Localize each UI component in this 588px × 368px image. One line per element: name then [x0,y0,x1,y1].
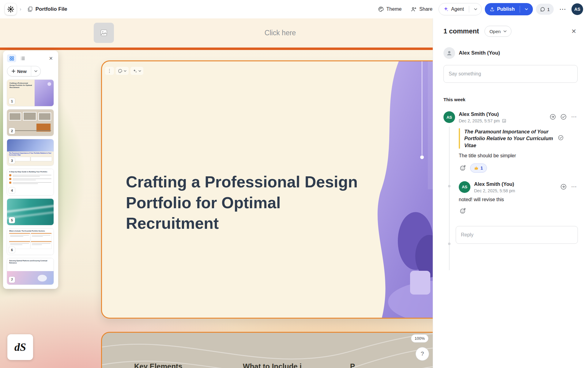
slide-title[interactable]: Crafting a Professional Design Portfolio… [126,172,377,234]
chevron-down-icon [34,70,37,72]
slide-thumbnail-5[interactable]: 5 [7,199,54,225]
goto-comment-button[interactable] [549,113,556,121]
comment-author-name: Alex Smith (You) [459,111,506,117]
new-slide-button-group: New [7,66,41,76]
chevron-down-icon[interactable] [474,8,477,10]
app-logo[interactable] [5,3,17,15]
slide2-heading-3[interactable]: P [350,362,355,368]
comment-filter-dropdown[interactable]: Open [484,26,511,37]
publish-button[interactable]: Publish [485,3,533,15]
reply-actions: ⋯ [560,181,578,190]
reply-author-avatar: AS [459,181,470,193]
slide-thumbnail-3[interactable]: The Paramount Importance of Your Portfol… [7,139,54,166]
thumbnail-title: A Step-by-Step Guide to Building Your Po… [9,171,51,173]
comment-filter-label: Open [489,29,501,34]
chevron-down-icon [503,30,507,32]
slide2-heading-1[interactable]: Key Elements [134,362,182,368]
comments-toggle[interactable]: 1 [536,4,554,15]
thumbs-up-icon [474,166,479,170]
slide-number-badge: 4 [9,187,15,194]
click-here-text[interactable]: Click here [265,29,296,37]
plus-icon [12,69,15,73]
thread-dot [448,243,450,245]
thumbnail-title: Crafting a Professional Design Portfolio… [9,82,33,89]
grid-view-toggle[interactable] [7,54,16,62]
comment-more-button[interactable]: ⋯ [571,113,578,120]
slide-options-button[interactable]: ⋮ [105,67,114,75]
chevron-down-icon [124,70,126,72]
new-slide-dropdown-button[interactable] [31,66,40,76]
comment-header-row: AS Alex Smith (You) Dec 2, 2025, 5:57 pm [443,111,578,123]
reply-more-button[interactable]: ⋯ [571,183,578,190]
close-slide-panel-button[interactable]: ✕ [48,55,54,62]
add-reaction-button[interactable] [459,207,467,215]
close-comments-button[interactable]: ✕ [570,26,578,36]
quote-check-icon[interactable] [558,135,564,142]
slide-number-badge: 1 [9,98,15,104]
new-slide-button[interactable]: New [7,66,31,76]
zoom-level: 100% [411,334,428,343]
slide-thumbnail-1[interactable]: Crafting a Professional Design Portfolio… [7,80,54,106]
comments-panel: 1 comment Open ✕ Alex Smith (You) This w… [433,18,588,368]
slide-card-2[interactable]: Key Elements What to Include i P [101,332,433,368]
user-avatar[interactable]: AS [571,3,583,15]
share-button[interactable]: Share [408,4,435,15]
top-bar: › Portfolio File Theme Share [0,0,588,18]
divider [469,6,469,13]
comment-composer-identity: Alex Smith (You) [443,47,578,59]
slide-thumbnail-2[interactable]: 2 [7,109,54,136]
comment-reactions: 1 [459,163,578,173]
agent-button[interactable]: Agent [439,3,482,15]
sparkle-icon [443,6,449,12]
thumbnail-title: What to Include: The Essential Portfolio… [9,230,51,232]
reply-timestamp: Dec 2, 2025, 5:58 pm [474,188,515,193]
editor-canvas: Click here ⋮ Crafting a Professional Des… [0,18,433,368]
comment-author-avatar: AS [443,111,455,123]
comments-count-heading: 1 comment [443,27,479,35]
arrow-circle-icon [550,114,556,120]
slide-thumbnail-4[interactable]: A Step-by-Step Guide to Building Your Po… [7,169,54,195]
slide-ai-button[interactable] [130,67,143,75]
chevron-down-icon[interactable] [525,8,528,10]
upload-icon [490,7,495,12]
list-view-toggle[interactable] [18,54,27,62]
theme-button[interactable]: Theme [375,4,405,15]
slide-link-icon[interactable] [502,119,506,123]
comment-input[interactable] [443,65,578,83]
composer-avatar [443,47,455,59]
share-icon [411,6,417,12]
goto-reply-button[interactable] [560,183,567,190]
more-options-button[interactable]: ⋯ [557,4,568,14]
quoted-text-block: The Paramount Importance of Your Portfol… [459,128,578,149]
reply-author-name: Alex Smith (You) [474,181,515,187]
document-icon [27,6,33,12]
composer-name: Alex Smith (You) [459,50,500,56]
resolve-comment-button[interactable] [560,113,567,121]
chevron-down-icon [138,70,141,72]
reply-meta: Alex Smith (You) Dec 2, 2025, 5:58 pm [474,181,515,193]
image-placeholder[interactable] [94,23,114,43]
slide-number-badge: 2 [9,128,15,134]
help-button[interactable]: ? [416,347,429,361]
palette-icon [118,69,123,73]
arrow-circle-icon [560,184,567,190]
agent-label: Agent [451,6,464,12]
new-slide-label: New [17,69,27,74]
image-icon [100,29,108,37]
person-icon [446,50,453,56]
slide2-heading-2[interactable]: What to Include i [243,362,302,368]
document-title[interactable]: Portfolio File [24,4,70,14]
slide-thumbnail-7[interactable]: Selecting Optimal Platforms and Ensuring… [7,258,54,285]
comment-reply: AS Alex Smith (You) Dec 2, 2025, 5:58 pm… [459,181,578,215]
slide-thumbnail-6[interactable]: What to Include: The Essential Portfolio… [7,228,54,255]
slide-card-1[interactable]: ⋮ Crafting a Professional Design Portfol… [101,60,433,319]
slide-theme-button[interactable] [116,67,129,75]
slide-illustration [370,61,433,318]
quoted-text: The Paramount Importance of Your Portfol… [464,128,555,149]
new-slide-row: New [7,66,54,76]
breadcrumb-chevron-icon: › [20,6,21,12]
add-reaction-button[interactable] [459,164,467,172]
thumbs-up-reaction[interactable]: 1 [470,163,487,173]
reply-input[interactable] [456,226,578,244]
document-title-label: Portfolio File [36,6,67,12]
